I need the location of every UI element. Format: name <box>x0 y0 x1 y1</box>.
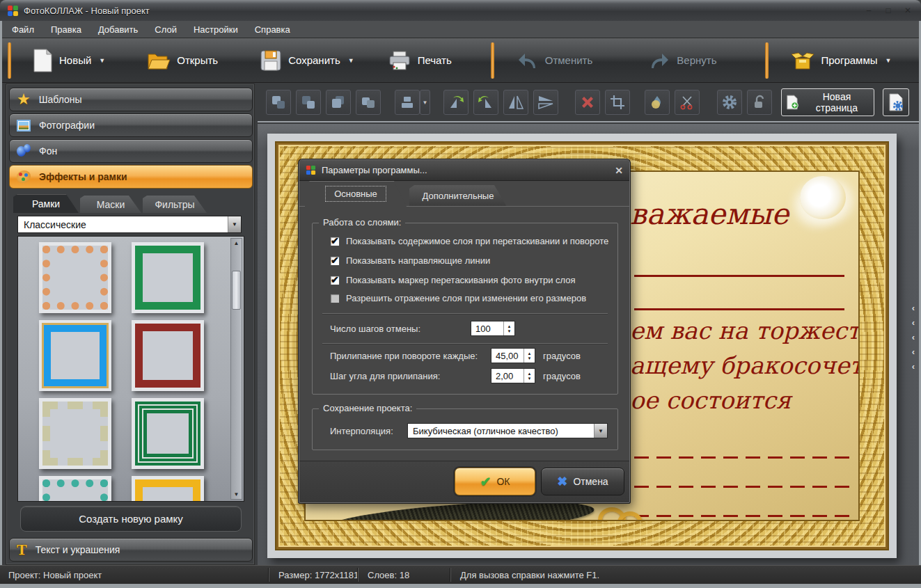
frame-thumbnail-olive-dashed[interactable] <box>39 398 111 469</box>
close-button[interactable]: ✕ <box>902 6 914 15</box>
order-send-back-button[interactable] <box>356 90 381 115</box>
window-border-left <box>0 21 2 588</box>
chevron-down-icon[interactable]: ▼ <box>594 424 607 438</box>
snap-rotate-input[interactable] <box>491 349 522 363</box>
align-button[interactable] <box>395 90 420 115</box>
print-button[interactable]: Печать <box>381 46 459 75</box>
frame-thumbnail-green-classic[interactable] <box>132 242 204 313</box>
dialog-close-icon[interactable]: ✕ <box>615 165 623 176</box>
effects-button[interactable] <box>645 90 670 115</box>
scroll-up-icon[interactable]: ▲ <box>231 240 242 246</box>
order-bring-front-button[interactable] <box>326 90 351 115</box>
scrollbar-thumb[interactable] <box>232 271 241 310</box>
invitation-text-line[interactable]: ое состоится <box>630 386 791 414</box>
menu-settings[interactable]: Настройки <box>194 24 238 35</box>
scroll-down-icon[interactable]: ▼ <box>231 491 242 498</box>
undo-steps-label: Число шагов отмены: <box>330 324 420 334</box>
interpolation-label: Интерполяция: <box>330 426 393 436</box>
menu-help[interactable]: Справка <box>255 24 290 35</box>
save-button[interactable]: Сохранить ▼ <box>253 45 361 76</box>
invitation-text-line[interactable]: ащему бракосочетанию, <box>630 351 860 379</box>
cancel-button[interactable]: ✖ Отмена <box>541 468 624 495</box>
frame-category-select[interactable]: Классические ▼ <box>17 216 242 233</box>
cut-button[interactable] <box>675 90 700 115</box>
menu-file[interactable]: Файл <box>12 24 34 35</box>
rotate-left-button[interactable] <box>443 90 469 115</box>
chevron-down-icon[interactable]: ▼ <box>228 216 241 232</box>
checkbox-show-guides[interactable] <box>330 256 340 266</box>
settings-button[interactable] <box>717 90 742 115</box>
flip-horizontal-button[interactable] <box>503 90 528 115</box>
snap-step-input[interactable] <box>491 369 522 383</box>
sidebar-item-photos[interactable]: Фотографии <box>9 113 253 137</box>
sidebar-item-background[interactable]: Фон <box>9 139 253 163</box>
undo-button[interactable]: Отменить <box>510 46 600 75</box>
frame-thumbnail-blue-gold[interactable] <box>39 320 111 391</box>
frame-thumbnail-dark-red[interactable] <box>132 320 204 391</box>
tab-general[interactable]: Основные <box>305 181 407 207</box>
rotate-right-button[interactable] <box>473 90 498 115</box>
frame-thumbnail-golden[interactable] <box>132 476 204 502</box>
invitation-greeting-text[interactable]: важаемые <box>630 197 789 231</box>
delete-layer-button[interactable] <box>575 90 600 115</box>
snap-rotate-field: ▲▼ <box>491 348 535 363</box>
app-icon <box>7 5 19 17</box>
send-backward-icon <box>271 95 286 110</box>
checkbox-show-drag-marker[interactable] <box>330 276 340 285</box>
order-bring-forward-button[interactable] <box>296 90 321 115</box>
programs-dropdown-caret[interactable]: ▼ <box>885 57 892 64</box>
gear-icon <box>721 94 738 111</box>
sidebar-item-templates[interactable]: ★ Шаблоны <box>9 88 253 111</box>
spinner-control[interactable]: ▲▼ <box>524 349 535 363</box>
open-button[interactable]: Открыть <box>140 46 225 75</box>
collapse-panel-handle[interactable]: ‹ ‹ ‹ ‹ ‹ <box>912 303 915 371</box>
status-separator <box>450 568 450 582</box>
tab-frames[interactable]: Рамки <box>13 194 79 213</box>
bring-forward-icon <box>301 95 316 110</box>
new-project-button[interactable]: Новый ▼ <box>25 45 112 77</box>
programs-button[interactable]: Программы ▼ <box>784 46 898 75</box>
menu-add[interactable]: Добавить <box>98 24 138 35</box>
page-settings-button[interactable] <box>883 88 909 116</box>
ok-button[interactable]: ✔ ОК <box>455 468 535 495</box>
lock-button[interactable] <box>747 90 772 115</box>
minimize-button[interactable]: – <box>863 6 875 15</box>
sidebar-item-text-decorations[interactable]: T Текст и украшения <box>9 538 253 562</box>
save-dropdown-caret[interactable]: ▼ <box>348 57 354 64</box>
sidebar-item-effects-frames[interactable]: Эффекты и рамки <box>9 165 253 189</box>
checkbox-allow-mirror[interactable] <box>330 294 340 303</box>
redo-button[interactable]: Вернуть <box>641 46 723 75</box>
checkbox-show-layer-content[interactable] <box>330 237 340 246</box>
spinner-control[interactable]: ▲▼ <box>524 369 535 383</box>
menu-layer[interactable]: Слой <box>155 24 177 35</box>
frame-thumbnail-peach-dotted[interactable] <box>39 242 111 313</box>
frame-thumbnail-green-striped[interactable] <box>132 398 204 469</box>
frames-scrollbar[interactable]: ▲ ▼ <box>230 238 242 500</box>
new-page-icon <box>786 94 798 111</box>
palette-icon <box>17 170 31 183</box>
menu-bar: Файл Правка Добавить Слой Настройки Спра… <box>2 21 919 38</box>
send-back-icon <box>361 95 376 110</box>
order-send-backward-button[interactable] <box>266 90 291 115</box>
flower-image[interactable] <box>800 176 846 219</box>
align-dropdown-caret[interactable]: ▼ <box>420 90 430 115</box>
tab-filters[interactable]: Фильтры <box>143 196 207 213</box>
checkbox-row: Разрешить отражение слоя при изменении е… <box>330 293 586 303</box>
new-page-button[interactable]: Новая страница <box>781 88 874 116</box>
crop-button[interactable] <box>605 90 630 115</box>
save-floppy-icon <box>260 49 282 72</box>
frame-thumbnail-teal-textured[interactable] <box>39 476 111 502</box>
tab-masks[interactable]: Маски <box>80 196 141 213</box>
spinner-control[interactable]: ▲▼ <box>503 321 514 335</box>
menu-edit[interactable]: Правка <box>51 24 81 35</box>
new-dropdown-caret[interactable]: ▼ <box>99 57 105 64</box>
invitation-line <box>634 308 844 310</box>
interpolation-select[interactable]: Бикубическая (отличное качество) ▼ <box>407 423 608 438</box>
maximize-button[interactable]: □ <box>882 6 895 15</box>
invitation-text-line[interactable]: ем вас на торжество, <box>630 317 860 344</box>
flip-vertical-button[interactable] <box>533 90 558 115</box>
tab-advanced[interactable]: Дополнительные <box>409 185 507 207</box>
save-group-title: Сохранение проекта: <box>319 403 416 413</box>
undo-steps-input[interactable] <box>471 321 502 335</box>
create-frame-button[interactable]: Создать новую рамку <box>20 506 242 532</box>
